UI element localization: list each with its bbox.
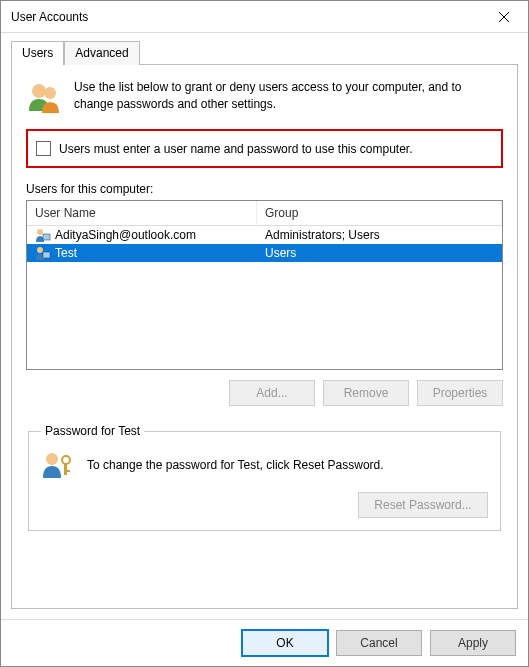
user-group-cell: Administrators; Users <box>257 226 502 244</box>
password-group-legend: Password for Test <box>41 424 144 438</box>
password-group: Password for Test To change the password… <box>28 424 501 531</box>
intro-row: Use the list below to grant or deny user… <box>26 79 503 115</box>
svg-rect-5 <box>43 234 50 240</box>
users-icon <box>26 79 62 115</box>
intro-text: Use the list below to grant or deny user… <box>74 79 503 115</box>
svg-point-8 <box>46 453 58 465</box>
tab-strip: Users Advanced <box>11 41 518 65</box>
tab-advanced[interactable]: Advanced <box>64 41 139 65</box>
remove-button[interactable]: Remove <box>323 380 409 406</box>
user-group-cell: Users <box>257 244 502 262</box>
require-login-row: Users must enter a user name and passwor… <box>26 129 503 168</box>
user-buttons: Add... Remove Properties <box>26 380 503 406</box>
reset-password-button[interactable]: Reset Password... <box>358 492 488 518</box>
ok-button[interactable]: OK <box>242 630 328 656</box>
password-buttons: Reset Password... <box>41 492 488 518</box>
add-button[interactable]: Add... <box>229 380 315 406</box>
user-list-body: AdityaSingh@outlook.com Administrators; … <box>27 226 502 369</box>
require-login-checkbox[interactable] <box>36 141 51 156</box>
titlebar: User Accounts <box>1 1 528 33</box>
user-row[interactable]: Test Users <box>27 244 502 262</box>
svg-point-4 <box>37 229 43 235</box>
user-accounts-window: User Accounts Users Advanced Use the lis… <box>0 0 529 667</box>
cancel-button[interactable]: Cancel <box>336 630 422 656</box>
svg-rect-11 <box>64 470 70 472</box>
user-icon <box>35 246 51 260</box>
properties-button[interactable]: Properties <box>417 380 503 406</box>
user-list: User Name Group AdityaSingh@outlook.com <box>26 200 503 370</box>
close-icon <box>498 11 510 23</box>
user-list-header: User Name Group <box>27 201 502 226</box>
svg-point-6 <box>37 247 43 253</box>
svg-rect-7 <box>43 252 50 258</box>
svg-rect-10 <box>64 463 67 475</box>
close-button[interactable] <box>484 2 524 32</box>
password-row: To change the password for Test, click R… <box>41 450 488 480</box>
dialog-footer: OK Cancel Apply <box>1 619 528 666</box>
column-group[interactable]: Group <box>257 201 502 225</box>
user-icon <box>35 228 51 242</box>
svg-point-2 <box>32 84 46 98</box>
tab-panel-users: Use the list below to grant or deny user… <box>11 64 518 609</box>
body: Users Advanced Use the list below to gra… <box>1 33 528 619</box>
svg-point-9 <box>62 456 70 464</box>
column-user-name[interactable]: User Name <box>27 201 257 225</box>
user-list-label: Users for this computer: <box>26 182 503 196</box>
svg-point-3 <box>44 87 56 99</box>
password-text: To change the password for Test, click R… <box>87 458 384 472</box>
user-row[interactable]: AdityaSingh@outlook.com Administrators; … <box>27 226 502 244</box>
user-name-cell: AdityaSingh@outlook.com <box>55 228 196 242</box>
tab-users[interactable]: Users <box>11 41 64 65</box>
window-title: User Accounts <box>11 10 484 24</box>
require-login-label: Users must enter a user name and passwor… <box>59 142 413 156</box>
key-user-icon <box>41 450 75 480</box>
user-name-cell: Test <box>55 246 77 260</box>
apply-button[interactable]: Apply <box>430 630 516 656</box>
